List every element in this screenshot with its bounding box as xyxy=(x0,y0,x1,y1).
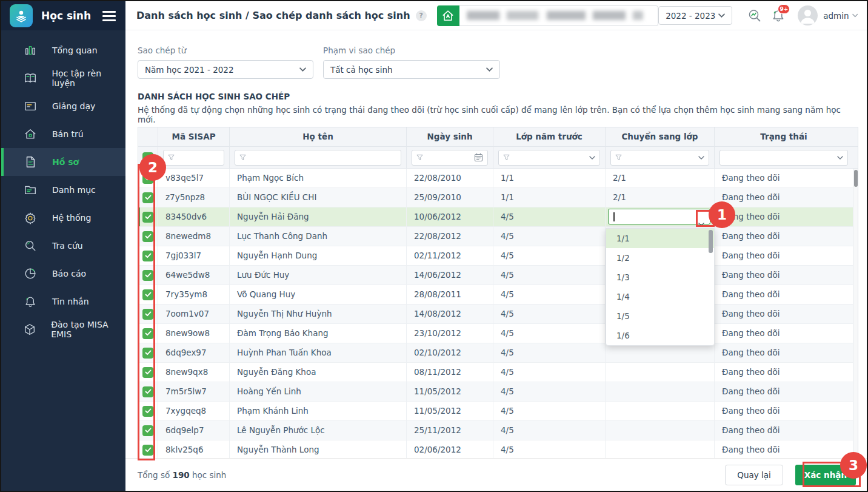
combobox-chevron-down-icon[interactable] xyxy=(698,214,704,226)
scope-select[interactable]: Tất cả học sinh xyxy=(323,60,500,79)
table-row[interactable]: z7y5npz8BÙI NGỌC KIỀU CHI25/09/20101/12/… xyxy=(138,188,858,207)
table-row[interactable]: v83qe5l7Phạm Ngọc Bích22/08/20101/12/1Đa… xyxy=(138,169,858,188)
table-row[interactable]: 8newedm8Lục Thanh Công Danh22/08/20124/5… xyxy=(138,227,858,246)
column-header-name[interactable]: Họ tên xyxy=(230,127,407,146)
row-checkbox[interactable] xyxy=(142,289,153,300)
table-row[interactable]: 6dq9elp7Lê Nguyễn Phước Lộc25/11/20124/5… xyxy=(138,421,858,440)
table-row[interactable]: 83450dv6Nguyễn Hải Đăng10/06/20124/5Đang… xyxy=(138,207,858,227)
sidebar-item-tong-quan[interactable]: Tổng quan xyxy=(1,36,125,64)
sidebar-item-label: Đào tạo MISA EMIS xyxy=(51,320,125,339)
class-option[interactable]: 1/6 xyxy=(606,326,714,345)
table-row[interactable]: 64we5dw8Lưu Đức Huy14/06/20124/5Đang the… xyxy=(138,266,858,285)
cell-status: Đang theo dõi xyxy=(715,363,853,382)
row-checkbox[interactable] xyxy=(142,270,153,281)
row-checkbox[interactable] xyxy=(142,445,153,456)
table-row[interactable]: 8new9ow8Đàm Trọng Bảo Khang23/10/20124/5… xyxy=(138,324,858,343)
cell-next-class: 2/1 xyxy=(606,169,715,187)
class-option[interactable]: 1/2 xyxy=(606,248,714,268)
user-chevron-down-icon[interactable] xyxy=(852,13,858,18)
cell-code: 8newedm8 xyxy=(158,227,230,246)
cell-status: Đang theo dõi xyxy=(715,246,853,265)
row-checkbox[interactable] xyxy=(142,231,153,242)
cell-status: Đang theo dõi xyxy=(715,440,853,459)
class-option[interactable]: 1/4 xyxy=(606,287,714,306)
filter-name-input[interactable] xyxy=(235,150,401,166)
table-row[interactable]: 7m5r5lw7Hoàng Yến Linh11/05/20124/5Đang … xyxy=(138,382,858,402)
class-option[interactable]: 1/1 xyxy=(606,229,714,248)
table-row[interactable]: 7gj033l7Nguyễn Hạnh Dung02/11/20124/5Đan… xyxy=(138,246,858,266)
house-icon xyxy=(23,127,38,141)
sidebar-item-danh-muc[interactable]: Danh mục xyxy=(1,176,125,204)
column-header-next-class[interactable]: Chuyển sang lớp xyxy=(606,127,715,146)
table-row[interactable]: 7ry35ym8Võ Quang Huy28/08/20114/5Đang th… xyxy=(138,285,858,305)
help-icon[interactable]: ? xyxy=(416,10,427,21)
sidebar-item-ho-so[interactable]: Hồ sơ xyxy=(1,148,125,176)
sidebar-item-hoc-tap-ren-luyen[interactable]: Học tập rèn luyện xyxy=(1,64,125,92)
row-checkbox[interactable] xyxy=(142,251,153,261)
username[interactable]: admin xyxy=(823,11,849,21)
sidebar-item-tin-nhan[interactable]: Tin nhắn xyxy=(1,288,125,315)
cell-code: 7xygqeq8 xyxy=(158,402,230,420)
cell-dob: 25/11/2012 xyxy=(407,421,493,440)
cell-next-class xyxy=(606,363,715,382)
sidebar-item-bao-cao[interactable]: Báo cáo xyxy=(1,260,125,288)
column-header-prev-class[interactable]: Lớp năm trước xyxy=(493,127,606,146)
copy-from-select[interactable]: Năm học 2021 - 2022 xyxy=(138,60,313,79)
check-icon xyxy=(145,272,152,278)
filter-prev-class-select[interactable] xyxy=(498,150,600,166)
cell-name: Lục Thanh Công Danh xyxy=(230,227,407,246)
school-home-button[interactable] xyxy=(437,5,459,26)
row-checkbox[interactable] xyxy=(142,406,153,417)
sidebar-item-ban-tru[interactable]: Bán trú xyxy=(1,120,125,148)
sidebar-item-tra-cuu[interactable]: Tra cứu xyxy=(1,232,125,260)
dropdown-scrollbar-thumb[interactable] xyxy=(709,230,713,253)
table-row[interactable]: 7xygqeq8Phạm Khánh Linh11/05/20124/5Đang… xyxy=(138,402,858,421)
school-year-value: 2022 - 2023 xyxy=(666,11,715,21)
row-checkbox[interactable] xyxy=(142,425,153,436)
avatar[interactable] xyxy=(798,5,818,25)
school-year-select[interactable]: 2022 - 2023 xyxy=(658,6,732,25)
row-checkbox[interactable] xyxy=(142,348,153,359)
blurred-school-name xyxy=(467,11,643,20)
sidebar-item-label: Tin nhắn xyxy=(52,297,89,306)
funnel-icon xyxy=(615,154,622,161)
check-icon xyxy=(145,389,152,394)
class-option[interactable]: 1/5 xyxy=(606,306,714,326)
cell-name: Phạm Ngọc Bích xyxy=(230,169,407,187)
menu-toggle-icon[interactable] xyxy=(102,11,116,21)
row-checkbox[interactable] xyxy=(142,192,153,203)
row-checkbox[interactable] xyxy=(142,328,153,339)
row-checkbox[interactable] xyxy=(142,212,153,223)
filter-next-class-select[interactable] xyxy=(610,150,709,166)
scrollbar-thumb[interactable] xyxy=(854,170,858,187)
table-scrollbar[interactable] xyxy=(853,169,858,460)
column-header-code[interactable]: Mã SISAP xyxy=(158,127,230,146)
table-row[interactable]: 8klv25q6Nguyễn Thành Long02/06/20124/5Đa… xyxy=(138,440,858,460)
class-combobox[interactable] xyxy=(608,209,710,224)
check-icon xyxy=(145,214,152,220)
table-row[interactable]: 7oom1v07Nguyễn Thị Như Huỳnh14/08/20124/… xyxy=(138,305,858,324)
app-title: Học sinh xyxy=(41,10,102,22)
cell-prev-class: 4/5 xyxy=(493,363,606,382)
row-checkbox[interactable] xyxy=(142,386,153,397)
sidebar-item-giang-day[interactable]: Giảng dạy xyxy=(1,92,125,120)
notifications-icon[interactable]: 9+ xyxy=(771,7,786,24)
table-row[interactable]: 8new9qx8Nguyễn Đăng Khoa08/11/20124/5Đan… xyxy=(138,363,858,382)
filter-dob-input[interactable] xyxy=(412,150,488,166)
filter-code-input[interactable] xyxy=(163,150,224,166)
sidebar-item-dao-tao-misa-emis[interactable]: Đào tạo MISA EMIS xyxy=(1,315,125,343)
cell-next-class xyxy=(606,440,715,459)
column-header-status[interactable]: Trạng thái xyxy=(715,127,853,146)
class-option[interactable]: 1/3 xyxy=(606,268,714,287)
filter-status-select[interactable] xyxy=(719,150,848,166)
cell-prev-class: 4/5 xyxy=(493,266,606,285)
sidebar-item-he-thong[interactable]: Hệ thống xyxy=(1,204,125,232)
row-checkbox[interactable] xyxy=(142,367,153,378)
table-row[interactable]: 6dq9ex97Huỳnh Phan Tuấn Khoa02/10/20124/… xyxy=(138,343,858,363)
column-header-dob[interactable]: Ngày sinh xyxy=(407,127,493,146)
school-name-box[interactable] xyxy=(459,5,659,26)
search-icon[interactable] xyxy=(747,7,763,24)
sidebar: Học sinh Tổng quanHọc tập rèn luyệnGiảng… xyxy=(1,1,125,491)
back-button[interactable]: Quay lại xyxy=(725,465,783,485)
row-checkbox[interactable] xyxy=(142,309,153,320)
